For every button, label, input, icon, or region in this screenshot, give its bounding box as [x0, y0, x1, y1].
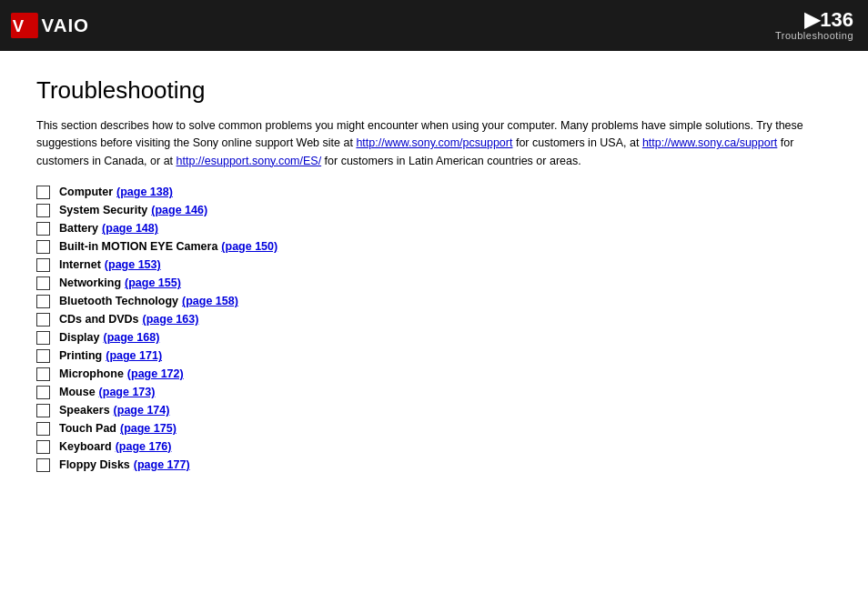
toc-list-item: Networking(page 155)	[36, 276, 832, 290]
toc-item-page-link[interactable]: (page 138)	[116, 186, 173, 198]
section-label: Troubleshooting	[775, 30, 853, 41]
toc-item-page-link[interactable]: (page 158)	[182, 295, 238, 307]
main-content: Troubleshooting This section describes h…	[0, 51, 868, 494]
arrow-icon: ▶	[804, 8, 820, 31]
toc-list-item: Floppy Disks(page 177)	[36, 457, 832, 472]
toc-item-page-link[interactable]: (page 176)	[116, 440, 172, 453]
page-title: Troubleshooting	[36, 76, 832, 105]
toc-item-page-link[interactable]: (page 163)	[143, 313, 199, 326]
toc-list-item: Speakers(page 174)	[36, 403, 832, 417]
toc-list: Computer(page 138)System Security(page 1…	[36, 185, 832, 472]
intro-text-part4: for customers in Latin American countrie…	[321, 155, 581, 167]
toc-item-page-link[interactable]: (page 177)	[134, 458, 190, 471]
toc-item-label: Computer	[59, 186, 113, 198]
svg-text:VAIO: VAIO	[42, 15, 89, 35]
sony-support-link-usa[interactable]: http://www.sony.com/pcsupport	[356, 136, 512, 149]
toc-item-label: Keyboard	[59, 440, 112, 453]
toc-item-label: Printing	[59, 349, 102, 362]
toc-list-item: Bluetooth Technology(page 158)	[36, 294, 832, 308]
toc-list-item: Battery(page 148)	[36, 221, 832, 236]
toc-list-item: Mouse(page 173)	[36, 385, 832, 399]
toc-item-page-link[interactable]: (page 153)	[105, 258, 161, 271]
toc-item-page-link[interactable]: (page 148)	[102, 222, 158, 235]
toc-item-label: Battery	[59, 222, 98, 235]
page-number: ▶136	[804, 10, 853, 30]
toc-list-item: Internet(page 153)	[36, 257, 832, 272]
intro-paragraph: This section describes how to solve comm…	[36, 117, 819, 170]
toc-item-label: Mouse	[59, 386, 96, 398]
toc-item-page-link[interactable]: (page 171)	[106, 349, 162, 362]
toc-item-page-link[interactable]: (page 146)	[151, 204, 207, 216]
toc-item-label: Display	[59, 331, 99, 344]
toc-list-item: CDs and DVDs(page 163)	[36, 312, 832, 327]
toc-list-item: Display(page 168)	[36, 330, 832, 345]
toc-item-page-link[interactable]: (page 172)	[127, 367, 184, 380]
toc-list-item: Built-in MOTION EYE Camera(page 150)	[36, 239, 832, 254]
toc-item-page-link[interactable]: (page 174)	[114, 404, 170, 417]
toc-list-item: Printing(page 171)	[36, 348, 832, 363]
toc-list-item: Microphone(page 172)	[36, 367, 832, 381]
toc-item-label: Bluetooth Technology	[59, 295, 178, 307]
vaio-logo: V VAIO	[11, 13, 105, 38]
header-right: ▶136 Troubleshooting	[775, 10, 853, 41]
toc-item-label: Internet	[59, 258, 101, 271]
toc-item-page-link[interactable]: (page 155)	[125, 276, 181, 289]
toc-item-label: Speakers	[59, 404, 110, 417]
toc-item-label: Built-in MOTION EYE Camera	[59, 240, 217, 253]
svg-text:V: V	[13, 16, 25, 35]
toc-item-label: Touch Pad	[59, 422, 116, 435]
toc-list-item: Touch Pad(page 175)	[36, 421, 832, 436]
sony-support-link-es[interactable]: http://esupport.sony.com/ES/	[177, 155, 322, 167]
toc-list-item: System Security(page 146)	[36, 203, 832, 217]
toc-item-label: CDs and DVDs	[59, 313, 139, 326]
toc-list-item: Computer(page 138)	[36, 185, 832, 199]
toc-item-page-link[interactable]: (page 173)	[99, 386, 156, 398]
toc-item-label: Networking	[59, 276, 121, 289]
sony-support-link-canada[interactable]: http://www.sony.ca/support	[642, 136, 777, 149]
toc-item-page-link[interactable]: (page 168)	[103, 331, 159, 344]
toc-item-label: Microphone	[59, 367, 124, 380]
toc-item-page-link[interactable]: (page 175)	[120, 422, 177, 435]
header: V VAIO ▶136 Troubleshooting	[0, 0, 868, 51]
intro-text-part2: for customers in USA, at	[512, 136, 641, 149]
toc-list-item: Keyboard(page 176)	[36, 439, 832, 454]
toc-item-label: Floppy Disks	[59, 458, 130, 471]
toc-item-label: System Security	[59, 204, 147, 216]
toc-item-page-link[interactable]: (page 150)	[221, 240, 278, 253]
